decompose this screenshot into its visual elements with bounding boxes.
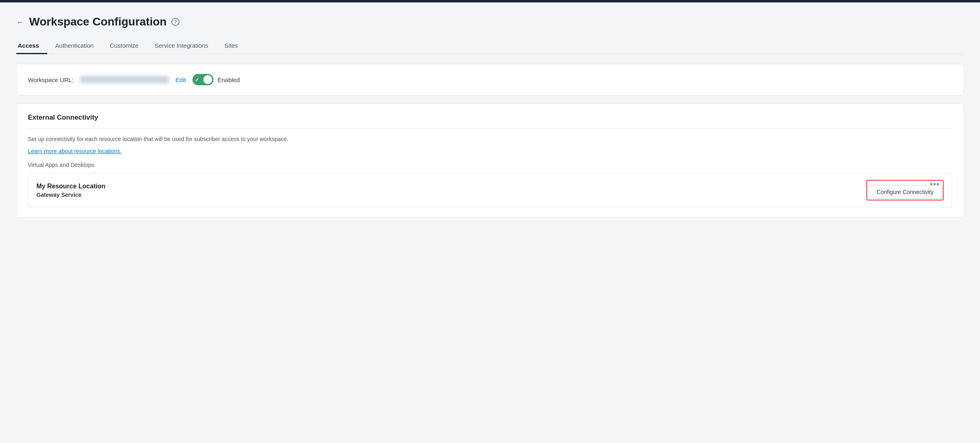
page-header: ← Workspace Configuration ?	[16, 15, 964, 28]
section-title: External Connectivity	[28, 114, 952, 129]
toggle-knob	[203, 75, 212, 84]
toggle-container[interactable]: ✓ Enabled	[192, 74, 240, 85]
tab-customize[interactable]: Customize	[102, 38, 147, 54]
enabled-label: Enabled	[218, 76, 240, 83]
back-button[interactable]: ←	[16, 17, 24, 27]
workspace-url-label: Workspace URL:	[28, 76, 74, 83]
dots-row	[930, 181, 942, 185]
workspace-url-row: Workspace URL: Edit ✓ Enabled	[28, 74, 952, 85]
resource-location-card: My Resource Location Gateway Service Con…	[28, 173, 952, 207]
configure-btn-wrapper: Configure Connectivity	[866, 180, 944, 200]
workspace-url-value	[80, 76, 169, 83]
tab-access[interactable]: Access	[16, 38, 47, 54]
external-connectivity-card: External Connectivity Set up connectivit…	[16, 103, 964, 217]
toggle-check-icon: ✓	[195, 77, 199, 83]
tab-authentication[interactable]: Authentication	[47, 38, 102, 54]
page-title: Workspace Configuration	[29, 15, 167, 28]
tab-service-integrations[interactable]: Service Integrations	[146, 38, 216, 54]
toggle-track: ✓	[192, 74, 213, 85]
resource-info: My Resource Location Gateway Service	[36, 183, 106, 198]
tabs-nav: Access Authentication Customize Service …	[16, 38, 964, 54]
resource-name: My Resource Location	[36, 183, 106, 190]
edit-link[interactable]: Edit	[175, 76, 186, 83]
tab-sites[interactable]: Sites	[216, 38, 246, 54]
section-description: Set up connectivity for each resource lo…	[28, 135, 952, 143]
content-area: Workspace URL: Edit ✓ Enabled External C…	[16, 64, 964, 217]
help-icon[interactable]: ?	[171, 18, 180, 26]
enabled-toggle[interactable]: ✓	[192, 74, 213, 85]
workspace-url-card: Workspace URL: Edit ✓ Enabled	[16, 64, 964, 95]
sub-section-label: Virtual Apps and Desktops:	[28, 162, 952, 168]
learn-more-link[interactable]: Learn more about resource locations.	[28, 148, 122, 154]
configure-connectivity-button[interactable]: Configure Connectivity	[868, 185, 942, 199]
resource-service: Gateway Service	[36, 192, 106, 198]
page-container: ← Workspace Configuration ? Access Authe…	[0, 2, 980, 443]
configure-btn-inner: Configure Connectivity	[868, 181, 942, 199]
